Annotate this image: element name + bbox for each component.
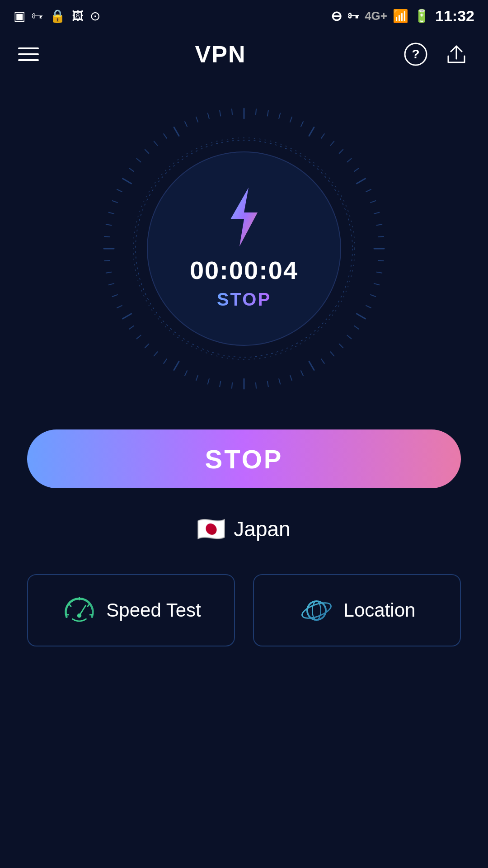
svg-line-74 [208, 113, 209, 119]
svg-line-38 [279, 379, 280, 384]
clock: 11:32 [435, 7, 474, 25]
svg-line-45 [196, 375, 198, 380]
svg-line-48 [164, 359, 167, 363]
location-label: Location [344, 599, 416, 621]
svg-line-75 [220, 111, 221, 116]
network-icon: 4G+ [365, 9, 387, 23]
svg-line-60 [104, 236, 110, 237]
svg-line-32 [339, 344, 343, 348]
key-status-icon: 🗝 [347, 9, 359, 23]
svg-line-34 [321, 359, 324, 363]
speedometer-icon [61, 592, 97, 628]
svg-line-51 [137, 335, 141, 339]
app-header: VPN ? [0, 32, 488, 77]
svg-line-20 [374, 212, 380, 214]
svg-line-53 [123, 314, 131, 319]
svg-line-36 [301, 371, 303, 376]
country-flag: 🇯🇵 [197, 515, 225, 542]
svg-line-30 [354, 326, 359, 329]
svg-line-7 [267, 111, 268, 116]
svg-line-11 [309, 127, 314, 136]
lightning-icon [219, 188, 269, 246]
timer-container[interactable]: // Generated in CSS below [90, 95, 398, 402]
menu-button[interactable] [18, 47, 39, 61]
svg-line-71 [174, 127, 179, 136]
svg-line-61 [106, 224, 112, 225]
svg-line-76 [232, 109, 232, 114]
svg-text:?: ? [412, 47, 419, 61]
svg-line-64 [117, 189, 122, 192]
svg-line-29 [357, 314, 365, 319]
svg-line-58 [104, 260, 110, 261]
status-bar: ▣ 🗝 🔒 🖼 ⊙ ⊖ 🗝 4G+ 📶 🔋 11:32 [0, 0, 488, 32]
svg-line-68 [145, 150, 149, 153]
share-button[interactable] [443, 41, 470, 68]
svg-line-13 [331, 142, 334, 146]
svg-line-24 [378, 260, 384, 261]
vpn-connect-button[interactable]: 00:00:04 STOP [147, 151, 341, 346]
svg-line-62 [109, 212, 114, 214]
svg-line-47 [174, 361, 179, 370]
svg-line-55 [113, 295, 117, 297]
svg-line-56 [109, 283, 114, 285]
app-title: VPN [195, 41, 246, 68]
circle-icon: ⊙ [90, 9, 100, 24]
svg-line-31 [347, 335, 351, 339]
country-name: Japan [234, 517, 290, 541]
svg-point-84 [77, 613, 81, 618]
bottom-buttons: Speed Test [27, 574, 461, 646]
sim-icon: ▣ [14, 9, 25, 24]
svg-line-33 [331, 352, 334, 356]
svg-line-54 [117, 306, 122, 308]
signal-minus-icon: ⊖ [331, 8, 342, 24]
svg-line-66 [129, 168, 134, 171]
svg-line-70 [164, 134, 167, 138]
svg-line-12 [321, 134, 324, 138]
battery-icon: 🔋 [414, 9, 430, 24]
lock-icon: 🔒 [50, 9, 66, 24]
svg-line-37 [290, 375, 292, 380]
main-content: // Generated in CSS below [0, 77, 488, 665]
stop-label-inner: STOP [217, 289, 271, 310]
svg-line-40 [256, 383, 256, 388]
svg-line-28 [366, 306, 371, 308]
svg-line-69 [154, 142, 158, 146]
svg-line-73 [196, 117, 198, 122]
svg-line-65 [123, 179, 131, 184]
svg-line-9 [290, 117, 292, 122]
svg-line-15 [347, 159, 351, 162]
svg-line-39 [267, 381, 268, 387]
svg-line-80 [87, 604, 89, 607]
svg-marker-77 [230, 188, 258, 246]
status-left-icons: ▣ 🗝 🔒 🖼 ⊙ [14, 9, 100, 24]
svg-line-8 [279, 113, 280, 119]
svg-line-14 [339, 150, 343, 153]
speed-test-button[interactable]: Speed Test [27, 574, 235, 646]
svg-line-27 [371, 295, 375, 297]
signal-bars-icon: 📶 [393, 9, 408, 24]
stop-button[interactable]: STOP [27, 429, 461, 488]
help-button[interactable]: ? [402, 41, 429, 68]
svg-line-19 [371, 201, 375, 203]
timer-display: 00:00:04 [190, 255, 298, 285]
svg-line-43 [220, 381, 221, 387]
planet-icon [299, 592, 335, 628]
location-button[interactable]: Location [253, 574, 461, 646]
key-icon: 🗝 [32, 9, 43, 23]
svg-line-18 [366, 189, 371, 192]
svg-line-16 [354, 168, 359, 171]
svg-line-79 [69, 604, 71, 607]
speed-test-label: Speed Test [106, 599, 201, 621]
svg-line-50 [145, 344, 149, 348]
svg-line-72 [185, 122, 187, 127]
svg-line-25 [376, 272, 382, 273]
svg-line-42 [232, 383, 232, 388]
svg-line-49 [154, 352, 158, 356]
current-location: 🇯🇵 Japan [197, 515, 290, 542]
svg-line-63 [113, 201, 117, 203]
svg-line-17 [357, 179, 365, 184]
svg-line-57 [106, 272, 112, 273]
status-right-icons: ⊖ 🗝 4G+ 📶 🔋 11:32 [331, 7, 474, 25]
svg-line-67 [137, 159, 141, 162]
svg-line-10 [301, 122, 303, 127]
